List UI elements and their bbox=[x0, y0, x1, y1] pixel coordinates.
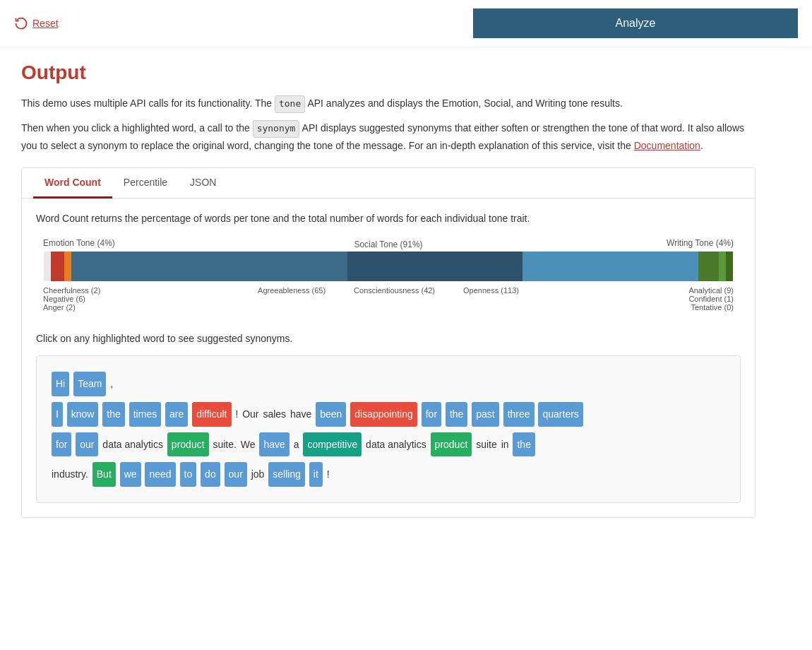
click-hint: Click on any highlighted word to see sug… bbox=[36, 333, 741, 344]
word-sales: sales bbox=[263, 403, 286, 425]
word-in: in bbox=[501, 434, 509, 456]
word-i[interactable]: I bbox=[52, 402, 63, 427]
word-the-1[interactable]: the bbox=[102, 402, 124, 427]
word-have-plain-1: have bbox=[290, 403, 311, 425]
word-been[interactable]: been bbox=[316, 402, 346, 427]
output-title: Output bbox=[21, 61, 756, 84]
anger-bar bbox=[64, 252, 71, 281]
word-product-1[interactable]: product bbox=[167, 432, 209, 457]
openness-bar bbox=[523, 252, 698, 281]
word-for-1[interactable]: for bbox=[422, 402, 441, 427]
writing-bars bbox=[698, 252, 733, 281]
confident-bar bbox=[719, 252, 726, 281]
word-know[interactable]: know bbox=[67, 402, 99, 427]
word-are[interactable]: are bbox=[165, 402, 188, 427]
tentative-bar bbox=[726, 252, 733, 281]
tabs-header: Word Count Percentile JSON bbox=[22, 168, 755, 199]
word-data-2: data analytics bbox=[366, 434, 426, 456]
word-have-2[interactable]: have bbox=[259, 432, 289, 457]
emotion-tone-label: Emotion Tone (4%) bbox=[43, 238, 115, 248]
text-display: Hi Team , I know the times are difficult… bbox=[36, 355, 741, 503]
cheerfulness-label: Cheerfulness (2) bbox=[43, 286, 128, 295]
word-job: job bbox=[251, 463, 265, 485]
documentation-link[interactable]: Documentation bbox=[634, 140, 700, 151]
word-selling[interactable]: selling bbox=[268, 462, 305, 487]
punct-exclaim-2: ! bbox=[327, 463, 330, 485]
synonym-badge: synonym bbox=[253, 120, 300, 138]
tone-badge: tone bbox=[275, 95, 305, 113]
top-bar: Reset Analyze bbox=[0, 0, 812, 47]
reset-button[interactable]: Reset bbox=[14, 16, 59, 30]
word-do[interactable]: do bbox=[201, 462, 220, 487]
punct-comma-1: , bbox=[110, 373, 113, 395]
word-the-3[interactable]: the bbox=[513, 432, 535, 457]
text-line-4: industry. But we need to do our job sell… bbox=[51, 461, 726, 488]
confident-label: Confident (1) bbox=[688, 295, 734, 303]
word-hi[interactable]: Hi bbox=[52, 372, 69, 396]
word-disappointing[interactable]: disappointing bbox=[350, 402, 417, 427]
openness-label: Openness (113) bbox=[463, 286, 519, 312]
text-line-3: for our data analytics product suite. We… bbox=[51, 431, 726, 459]
analytical-bar bbox=[698, 252, 719, 281]
word-our-2[interactable]: our bbox=[225, 462, 247, 487]
word-three[interactable]: three bbox=[503, 402, 535, 427]
word-it[interactable]: it bbox=[309, 462, 323, 487]
word-to[interactable]: to bbox=[180, 462, 197, 487]
emotion-bars bbox=[44, 252, 71, 281]
main-content: Output This demo uses multiple API calls… bbox=[0, 47, 777, 532]
negative-bar bbox=[51, 252, 65, 281]
negative-label: Negative (6) bbox=[43, 295, 128, 303]
text-line-1: Hi Team , bbox=[51, 370, 726, 398]
writing-tone-label: Writing Tone (4%) bbox=[667, 238, 734, 248]
word-times[interactable]: times bbox=[129, 402, 161, 427]
reset-icon bbox=[14, 16, 28, 30]
conscientiousness-bar bbox=[347, 252, 523, 281]
tentative-label: Tentative (0) bbox=[691, 303, 734, 312]
tab-percentile[interactable]: Percentile bbox=[112, 168, 179, 199]
word-data-1: data analytics bbox=[102, 434, 163, 456]
word-industry: industry. bbox=[52, 463, 88, 485]
word-team[interactable]: Team bbox=[73, 372, 106, 396]
social-bars bbox=[71, 252, 698, 281]
word-but[interactable]: But bbox=[92, 462, 116, 487]
social-tone-label: Social Tone (91%) bbox=[354, 240, 422, 249]
word-difficult[interactable]: difficult bbox=[192, 402, 231, 427]
word-suite-2: suite bbox=[476, 434, 497, 456]
text-line-2: I know the times are difficult ! Our sal… bbox=[51, 401, 726, 428]
word-the-2[interactable]: the bbox=[446, 402, 467, 427]
tab-word-count[interactable]: Word Count bbox=[33, 168, 112, 199]
word-quarters[interactable]: quarters bbox=[538, 402, 583, 427]
word-need[interactable]: need bbox=[145, 462, 175, 487]
word-for-2[interactable]: for bbox=[52, 432, 71, 457]
agreeableness-label: Agreeableness (65) bbox=[258, 286, 326, 312]
tabs-container: Word Count Percentile JSON Word Count re… bbox=[21, 167, 756, 518]
word-a: a bbox=[294, 434, 299, 456]
agreeableness-bar bbox=[71, 252, 347, 281]
tab-json[interactable]: JSON bbox=[179, 168, 227, 199]
word-we: We bbox=[241, 434, 256, 456]
word-past[interactable]: past bbox=[472, 402, 498, 427]
word-count-description: Word Count returns the percentage of wor… bbox=[36, 213, 741, 224]
word-our-plain: Our bbox=[242, 403, 258, 425]
word-product-2[interactable]: product bbox=[431, 432, 472, 457]
word-suite-1: suite. bbox=[213, 434, 236, 456]
anger-label: Anger (2) bbox=[43, 303, 128, 312]
punct-exclaim-1: ! bbox=[235, 403, 238, 425]
description-1: This demo uses multiple API calls for it… bbox=[21, 95, 756, 153]
analytical-label: Analytical (9) bbox=[688, 286, 734, 295]
tab-content-word-count: Word Count returns the percentage of wor… bbox=[22, 199, 755, 517]
word-we[interactable]: we bbox=[120, 462, 141, 487]
analyze-button[interactable]: Analyze bbox=[473, 8, 798, 38]
word-our[interactable]: our bbox=[76, 432, 98, 457]
conscientiousness-label: Conscientiousness (42) bbox=[354, 286, 435, 312]
word-competitive[interactable]: competitive bbox=[303, 432, 362, 457]
cheerfulness-bar bbox=[44, 252, 51, 281]
